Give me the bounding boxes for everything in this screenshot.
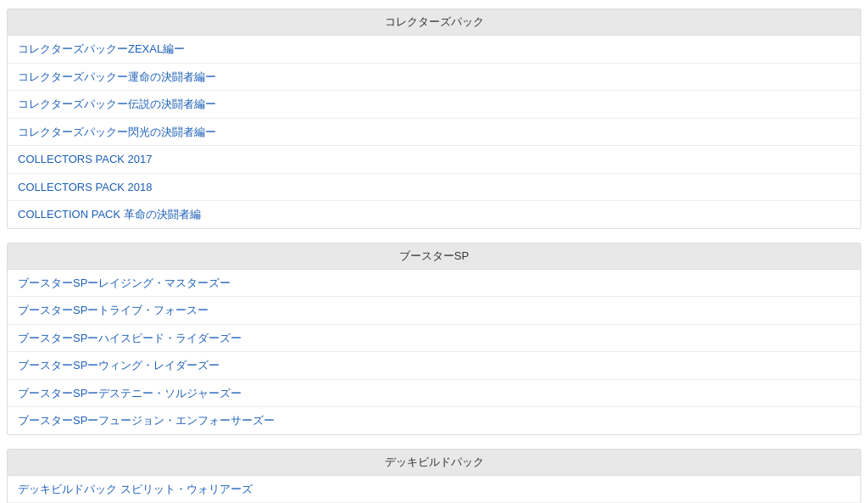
- section-item-collectors-pack-0[interactable]: コレクターズパックーZEXAL編ー: [8, 36, 860, 64]
- page-wrapper: コレクターズパックコレクターズパックーZEXAL編ーコレクターズパックー運命の決…: [0, 0, 868, 503]
- section-item-booster-sp-4[interactable]: ブースターSPーデステニー・ソルジャーズー: [8, 380, 860, 408]
- section-item-collectors-pack-3[interactable]: コレクターズパックー閃光の決闘者編ー: [8, 119, 860, 147]
- section-item-collectors-pack-2[interactable]: コレクターズパックー伝説の決闘者編ー: [8, 91, 860, 119]
- section-item-collectors-pack-4[interactable]: COLLECTORS PACK 2017: [8, 146, 860, 174]
- section-item-booster-sp-3[interactable]: ブースターSPーウィング・レイダーズー: [8, 352, 860, 380]
- section-item-collectors-pack-1[interactable]: コレクターズパックー運命の決闘者編ー: [8, 64, 860, 92]
- section-header-collectors-pack: コレクターズパック: [8, 9, 860, 36]
- section-item-deck-build-pack-0[interactable]: デッキビルドパック スピリット・ウォリアーズ: [8, 476, 860, 504]
- section-item-booster-sp-1[interactable]: ブースターSPートライブ・フォースー: [8, 297, 860, 325]
- section-deck-build-pack: デッキビルドパックデッキビルドパック スピリット・ウォリアーズデッキビルドパック…: [7, 449, 861, 504]
- section-item-booster-sp-2[interactable]: ブースターSPーハイスピード・ライダーズー: [8, 325, 860, 353]
- section-item-collectors-pack-6[interactable]: COLLECTION PACK 革命の決闘者編: [8, 201, 860, 228]
- section-header-deck-build-pack: デッキビルドパック: [8, 450, 860, 476]
- section-collectors-pack: コレクターズパックコレクターズパックーZEXAL編ーコレクターズパックー運命の決…: [7, 8, 861, 229]
- section-item-booster-sp-5[interactable]: ブースターSPーフュージョン・エンフォーサーズー: [8, 407, 860, 434]
- section-item-collectors-pack-5[interactable]: COLLECTORS PACK 2018: [8, 174, 860, 202]
- section-item-booster-sp-0[interactable]: ブースターSPーレイジング・マスターズー: [8, 270, 860, 298]
- section-booster-sp: ブースターSPブースターSPーレイジング・マスターズーブースターSPートライブ・…: [7, 243, 861, 435]
- section-header-booster-sp: ブースターSP: [8, 243, 860, 270]
